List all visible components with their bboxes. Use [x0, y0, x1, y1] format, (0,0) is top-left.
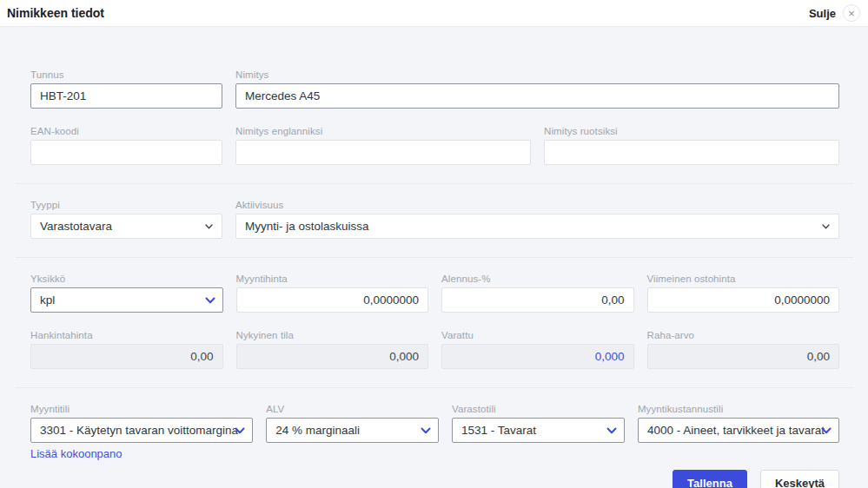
- myyntikustannustili-label: Myyntikustannustili: [638, 404, 839, 414]
- myyntihinta-input[interactable]: [236, 287, 429, 313]
- row-accounts: Myyntitili 3301 - Käytetyn tavaran voitt…: [30, 404, 839, 443]
- section-divider-1: [16, 183, 853, 184]
- chevron-down-icon: [822, 224, 830, 229]
- nimitys-ruotsiksi-input[interactable]: [544, 140, 839, 165]
- myyntitili-label: Myyntitili: [30, 404, 253, 414]
- hankintahinta-input: [30, 344, 223, 369]
- field-varattu: Varattu: [441, 330, 634, 369]
- nykyinen-tila-input: [236, 344, 429, 369]
- chevron-down-icon: [205, 297, 215, 304]
- save-button[interactable]: Tallenna: [673, 470, 747, 488]
- hankintahinta-label: Hankintahinta: [30, 330, 223, 340]
- field-yksikko: Yksikkö kpl: [30, 274, 223, 313]
- varastotili-label: Varastotili: [452, 404, 625, 414]
- tyyppi-select[interactable]: Varastotavara: [30, 214, 222, 239]
- chevron-down-icon: [421, 427, 431, 434]
- nykyinen-tila-label: Nykyinen tila: [236, 330, 429, 340]
- varattu-input[interactable]: [441, 344, 634, 369]
- field-aktiivisuus: Aktiivisuus Myynti- ja ostolaskuissa: [235, 200, 839, 239]
- myyntitili-selected-value: 3301 - Käytetyn tavaran voittomargina: [40, 424, 243, 437]
- alv-label: ALV: [266, 404, 439, 414]
- myyntitili-select[interactable]: 3301 - Käytetyn tavaran voittomargina: [30, 418, 253, 443]
- field-myyntihinta: Myyntihinta: [236, 274, 429, 313]
- field-myyntikustannustili: Myyntikustannustili 4000 - Aineet, tarvi…: [638, 404, 839, 443]
- field-varastotili: Varastotili 1531 - Tavarat: [452, 404, 625, 443]
- tyyppi-selected-value: Varastotavara: [40, 220, 200, 233]
- field-viimeinen-ostohinta: Viimeinen ostohinta: [647, 274, 840, 313]
- alennus-pct-input[interactable]: [441, 287, 634, 313]
- dialog-body: Tunnus Nimitys EAN-koodi Nimitys englann…: [0, 27, 868, 488]
- tunnus-input[interactable]: [30, 83, 222, 109]
- field-raha-arvo: Raha-arvo: [647, 330, 840, 369]
- myyntikustannustili-selected-value: 4000 - Aineet, tarvikkeet ja tavarat: [647, 424, 830, 437]
- myyntihinta-label: Myyntihinta: [236, 274, 429, 284]
- close-icon[interactable]: ×: [843, 4, 860, 22]
- close-button-label[interactable]: Sulje: [809, 7, 836, 20]
- field-tunnus: Tunnus: [30, 69, 222, 109]
- row-identity: Tunnus Nimitys: [30, 69, 839, 109]
- cancel-button[interactable]: Keskeytä: [760, 470, 839, 488]
- viimeinen-ostohinta-label: Viimeinen ostohinta: [647, 274, 840, 284]
- row-prices: Yksikkö kpl Myyntihinta Alennus-% Viimei…: [30, 274, 839, 313]
- field-nykyinen-tila: Nykyinen tila: [236, 330, 429, 369]
- nimitys-englanniksi-label: Nimitys englanniksi: [235, 126, 531, 136]
- field-alennus-pct: Alennus-%: [441, 274, 634, 313]
- alv-select[interactable]: 24 % marginaali: [266, 418, 439, 443]
- nimitys-ruotsiksi-label: Nimitys ruotsiksi: [544, 126, 839, 136]
- ean-koodi-input[interactable]: [30, 140, 222, 165]
- field-nimitys: Nimitys: [235, 69, 839, 109]
- field-myyntitili: Myyntitili 3301 - Käytetyn tavaran voitt…: [30, 404, 253, 443]
- section-divider-3: [16, 387, 853, 388]
- yksikko-select[interactable]: kpl: [30, 287, 223, 313]
- alennus-pct-label: Alennus-%: [441, 274, 634, 284]
- field-alv: ALV 24 % marginaali: [266, 404, 439, 443]
- varastotili-selected-value: 1531 - Tavarat: [461, 424, 615, 437]
- chevron-down-icon: [235, 427, 245, 434]
- ean-koodi-label: EAN-koodi: [30, 126, 222, 136]
- myyntikustannustili-select[interactable]: 4000 - Aineet, tarvikkeet ja tavarat: [638, 418, 839, 443]
- row-names: EAN-koodi Nimitys englanniksi Nimitys ru…: [30, 126, 839, 165]
- field-tyyppi: Tyyppi Varastotavara: [30, 200, 222, 239]
- page-title: Nimikkeen tiedot: [7, 6, 104, 20]
- varastotili-select[interactable]: 1531 - Tavarat: [452, 418, 625, 443]
- field-nimitys-ruotsiksi: Nimitys ruotsiksi: [544, 126, 839, 165]
- field-hankintahinta: Hankintahinta: [30, 330, 223, 369]
- row-stock: Hankintahinta Nykyinen tila Varattu Raha…: [30, 330, 839, 369]
- varattu-label: Varattu: [441, 330, 634, 340]
- yksikko-label: Yksikkö: [30, 274, 223, 284]
- aktiivisuus-selected-value: Myynti- ja ostolaskuissa: [245, 220, 817, 233]
- dialog-header: Nimikkeen tiedot Sulje ×: [0, 0, 868, 27]
- nimitys-englanniksi-input[interactable]: [235, 140, 531, 165]
- chevron-down-icon: [205, 224, 213, 229]
- chevron-down-icon: [821, 427, 832, 434]
- tyyppi-label: Tyyppi: [30, 200, 222, 210]
- add-assembly-link[interactable]: Lisää kokoonpano: [30, 447, 123, 460]
- alv-selected-value: 24 % marginaali: [275, 424, 429, 437]
- nimitys-label: Nimitys: [235, 69, 839, 80]
- aktiivisuus-select[interactable]: Myynti- ja ostolaskuissa: [235, 214, 839, 239]
- raha-arvo-label: Raha-arvo: [647, 330, 840, 340]
- section-divider-2: [16, 257, 853, 258]
- chevron-down-icon: [606, 427, 617, 434]
- yksikko-selected-value: kpl: [40, 293, 214, 307]
- tunnus-label: Tunnus: [30, 69, 222, 80]
- viimeinen-ostohinta-input[interactable]: [647, 287, 840, 313]
- footer-actions: Tallenna Keskeytä: [30, 470, 839, 488]
- field-ean-koodi: EAN-koodi: [30, 126, 222, 165]
- raha-arvo-input: [647, 344, 840, 369]
- row-type-activity: Tyyppi Varastotavara Aktiivisuus Myynti-…: [30, 200, 839, 239]
- aktiivisuus-label: Aktiivisuus: [235, 200, 839, 210]
- field-nimitys-englanniksi: Nimitys englanniksi: [235, 126, 531, 165]
- nimitys-input[interactable]: [235, 83, 839, 109]
- item-details-dialog: Nimikkeen tiedot Sulje × Tunnus Nimitys …: [0, 0, 868, 488]
